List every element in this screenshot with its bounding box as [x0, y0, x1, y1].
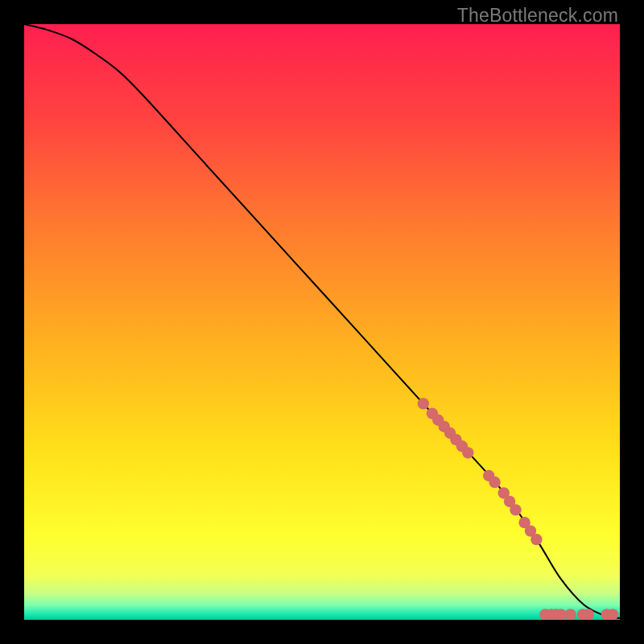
data-dot	[489, 477, 500, 488]
plot-area	[24, 24, 620, 620]
data-dot	[418, 398, 429, 409]
data-dot	[607, 609, 618, 620]
data-dot	[583, 609, 594, 620]
data-dot	[462, 447, 473, 458]
chart-stage: TheBottleneck.com	[0, 0, 644, 644]
data-dot	[510, 504, 521, 515]
data-dot	[530, 534, 542, 545]
chart-overlay	[24, 24, 620, 620]
data-dot	[564, 609, 576, 620]
watermark-text: TheBottleneck.com	[457, 5, 618, 27]
data-dots	[418, 398, 619, 620]
